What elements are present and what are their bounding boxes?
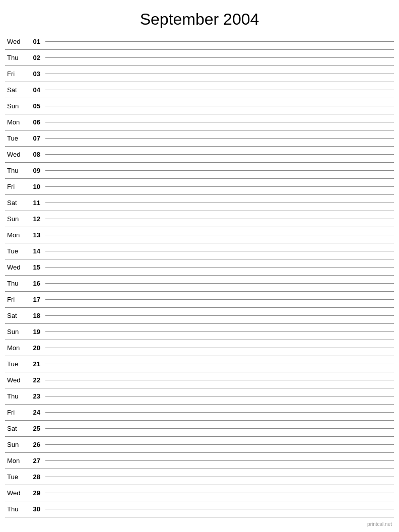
day-name: Sun <box>5 102 25 110</box>
day-name: Thu <box>5 280 25 287</box>
day-name: Tue <box>5 135 25 142</box>
day-line <box>45 235 394 235</box>
day-row: Thu16 <box>5 276 394 292</box>
day-name: Mon <box>5 118 25 126</box>
day-number: 13 <box>25 231 40 239</box>
day-row: Mon06 <box>5 114 394 130</box>
day-row: Mon27 <box>5 453 394 469</box>
day-name: Sun <box>5 328 25 336</box>
day-row: Sat04 <box>5 82 394 98</box>
day-row: Sun05 <box>5 98 394 114</box>
day-name: Thu <box>5 392 25 400</box>
day-row: Tue28 <box>5 469 394 485</box>
day-line <box>45 315 394 316</box>
day-number: 10 <box>25 183 40 190</box>
day-name: Wed <box>5 263 25 271</box>
day-line <box>45 364 394 364</box>
day-number: 23 <box>25 392 40 400</box>
day-name: Thu <box>5 167 25 174</box>
day-number: 14 <box>25 247 40 255</box>
day-name: Mon <box>5 344 25 352</box>
day-line <box>45 412 394 413</box>
day-name: Sat <box>5 86 25 94</box>
day-name: Fri <box>5 296 25 303</box>
day-number: 19 <box>25 328 40 336</box>
day-row: Sun19 <box>5 324 394 340</box>
day-number: 09 <box>25 167 40 174</box>
day-number: 17 <box>25 296 40 303</box>
day-name: Wed <box>5 151 25 158</box>
day-number: 18 <box>25 312 40 319</box>
day-line <box>45 57 394 58</box>
day-line <box>45 493 394 493</box>
day-name: Tue <box>5 360 25 368</box>
day-name: Thu <box>5 505 25 513</box>
day-line <box>45 428 394 429</box>
day-number: 03 <box>25 70 40 78</box>
day-name: Mon <box>5 231 25 239</box>
day-line <box>45 138 394 139</box>
day-line <box>45 460 394 461</box>
day-number: 24 <box>25 409 40 416</box>
day-number: 11 <box>25 199 40 207</box>
day-row: Tue07 <box>5 130 394 147</box>
day-line <box>45 90 394 90</box>
day-row: Sun12 <box>5 211 394 227</box>
day-number: 05 <box>25 102 40 110</box>
day-line <box>45 267 394 268</box>
day-row: Mon20 <box>5 340 394 356</box>
day-name: Sun <box>5 441 25 448</box>
day-row: Thu02 <box>5 50 394 66</box>
day-name: Tue <box>5 247 25 255</box>
day-row: Mon13 <box>5 227 394 243</box>
day-line <box>45 444 394 445</box>
day-name: Thu <box>5 54 25 61</box>
day-row: Wed29 <box>5 485 394 501</box>
day-line <box>45 203 394 203</box>
day-number: 27 <box>25 457 40 464</box>
day-name: Fri <box>5 70 25 78</box>
day-number: 08 <box>25 151 40 158</box>
day-line <box>45 509 394 509</box>
day-row: Sun26 <box>5 437 394 453</box>
day-row: Wed22 <box>5 372 394 388</box>
day-row: Tue21 <box>5 356 394 372</box>
day-number: 25 <box>25 425 40 432</box>
day-number: 21 <box>25 360 40 368</box>
day-line <box>45 122 394 122</box>
day-line <box>45 154 394 155</box>
day-row: Sat11 <box>5 195 394 211</box>
day-name: Sat <box>5 199 25 207</box>
day-row: Thu09 <box>5 163 394 179</box>
day-number: 15 <box>25 263 40 271</box>
day-line <box>45 396 394 396</box>
day-number: 16 <box>25 280 40 287</box>
day-name: Mon <box>5 457 25 464</box>
day-line <box>45 170 394 171</box>
day-name: Wed <box>5 376 25 384</box>
day-number: 30 <box>25 505 40 513</box>
day-row: Fri24 <box>5 405 394 421</box>
day-line <box>45 251 394 251</box>
day-line <box>45 477 394 477</box>
day-line <box>45 283 394 284</box>
footer-label: printcal.net <box>367 521 392 527</box>
day-name: Wed <box>5 489 25 497</box>
day-row: Fri10 <box>5 179 394 195</box>
day-name: Sat <box>5 312 25 319</box>
day-line <box>45 186 394 187</box>
day-line <box>45 41 394 42</box>
day-name: Sun <box>5 215 25 223</box>
day-number: 22 <box>25 376 40 384</box>
day-name: Wed <box>5 38 25 45</box>
day-line <box>45 299 394 300</box>
day-number: 02 <box>25 54 40 61</box>
day-number: 04 <box>25 86 40 94</box>
day-name: Tue <box>5 473 25 481</box>
day-row: Sat18 <box>5 308 394 324</box>
day-number: 20 <box>25 344 40 352</box>
day-row: Wed15 <box>5 259 394 276</box>
day-row: Tue14 <box>5 243 394 259</box>
day-row: Thu23 <box>5 388 394 405</box>
day-number: 07 <box>25 135 40 142</box>
